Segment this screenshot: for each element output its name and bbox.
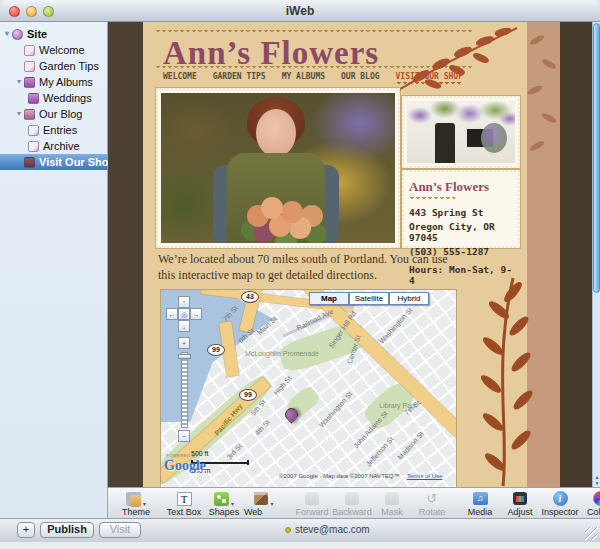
- account-status-icon: [285, 527, 291, 533]
- toolbar-label: Text Box: [167, 507, 202, 517]
- title-bar[interactable]: iWeb: [0, 0, 600, 22]
- page-background-right: [560, 22, 592, 487]
- text-box-button[interactable]: T Text Box: [164, 490, 204, 517]
- vertical-scrollbar[interactable]: ▲▼: [592, 22, 600, 487]
- florist-photo-frame[interactable]: [156, 88, 400, 248]
- colors-button[interactable]: Colors: [580, 490, 600, 517]
- archive-icon: [28, 141, 39, 152]
- web-page[interactable]: Ann’s Flowers: [143, 22, 527, 487]
- sidebar-item-visit-our-shop[interactable]: Visit Our Shop: [0, 154, 107, 170]
- street-label: 3rd St: [225, 442, 243, 461]
- disclosure-triangle-icon[interactable]: ▾: [14, 106, 24, 122]
- street-label: 4th St: [253, 418, 270, 436]
- google-logo: Google: [164, 458, 206, 474]
- pan-left-button[interactable]: ←: [166, 308, 178, 320]
- sidebar-item-site[interactable]: ▾ Site: [0, 26, 107, 42]
- toolbar-label: Rotate: [419, 507, 446, 517]
- zigzag-underline: [396, 82, 463, 86]
- sidebar-item-label: Garden Tips: [39, 58, 99, 74]
- zoom-in-button[interactable]: +: [178, 337, 190, 349]
- sidebar-item-my-albums[interactable]: ▾ My Albums: [0, 74, 107, 90]
- street-label: Washington St: [318, 390, 353, 428]
- page-margin-left: [108, 22, 143, 487]
- intro-text[interactable]: We’re located about 70 miles south of Po…: [158, 251, 466, 283]
- route-shield: 99: [207, 344, 225, 356]
- satellite-button[interactable]: Satellite: [349, 292, 389, 305]
- sidebar-item-weddings[interactable]: Weddings: [0, 90, 107, 106]
- toolbar-label: Adjust: [507, 507, 532, 517]
- page-canvas[interactable]: Ann’s Flowers: [108, 22, 600, 487]
- dropdown-arrow-icon: ▾: [231, 500, 234, 507]
- shapes-icon: [214, 492, 229, 506]
- nav-link-welcome[interactable]: WELCOME: [163, 72, 197, 86]
- nav-link-my-albums[interactable]: MY ALBUMS: [282, 72, 325, 86]
- page-navigation: WELCOME GARDEN TIPS MY ALBUMS OUR BLOG V…: [163, 72, 463, 86]
- address-line: 443 Spring St: [409, 207, 513, 218]
- bottom-toolbar: ▾ Theme T Text Box ▾ Shapes ▾ Web Widget…: [108, 487, 600, 518]
- inspector-icon: i: [553, 491, 568, 506]
- sidebar-item-label: Visit Our Shop: [39, 154, 115, 170]
- pan-up-button[interactable]: ↑: [178, 296, 190, 308]
- terms-of-use-link[interactable]: Terms of Use: [407, 473, 442, 479]
- publish-button[interactable]: Publish: [40, 522, 94, 538]
- visit-button[interactable]: Visit: [99, 522, 141, 538]
- flower-bouquet: [261, 197, 283, 219]
- pan-right-button[interactable]: →: [190, 308, 202, 320]
- scrollbar-arrows[interactable]: ▲▼: [593, 474, 600, 486]
- route-shield: 43: [241, 291, 259, 303]
- storefront-photo: [407, 101, 515, 163]
- street-label: High St: [272, 375, 293, 397]
- adjust-icon: [513, 492, 527, 505]
- sidebar-item-our-blog[interactable]: ▾ Our Blog: [0, 106, 107, 122]
- scrollbar-thumb[interactable]: [593, 23, 600, 293]
- toolbar-label: Inspector: [541, 507, 578, 517]
- street-label: Jefferson St: [365, 435, 395, 467]
- mask-button: Mask: [372, 490, 412, 517]
- zigzag-divider: [155, 66, 473, 70]
- album-icon: [28, 93, 39, 104]
- shop-page-icon: [24, 157, 35, 168]
- theme-button[interactable]: ▾ Theme: [116, 490, 156, 517]
- sidebar-item-welcome[interactable]: Welcome: [0, 42, 107, 58]
- toolbar-label: Mask: [381, 507, 403, 517]
- map-button[interactable]: Map: [309, 292, 349, 305]
- google-map-widget[interactable]: 43 99 99 Main St 6th St 7th St Railroad …: [161, 290, 456, 487]
- zoom-slider[interactable]: [181, 352, 188, 428]
- hybrid-button[interactable]: Hybrid: [389, 292, 429, 305]
- toolbar-label: Shapes: [209, 507, 240, 517]
- zoom-out-button[interactable]: −: [178, 430, 190, 442]
- disclosure-triangle-icon[interactable]: ▾: [14, 74, 24, 90]
- zigzag-divider: [155, 30, 473, 34]
- nav-link-visit-our-shop[interactable]: VISIT OUR SHOP: [396, 72, 463, 86]
- albums-icon: [24, 77, 35, 88]
- toolbar-label: Theme: [122, 507, 150, 517]
- add-page-button[interactable]: +: [17, 522, 35, 538]
- nav-link-our-blog[interactable]: OUR BLOG: [341, 72, 380, 86]
- page-icon: [24, 45, 35, 56]
- address-line: Oregon City, OR 97045: [409, 221, 513, 243]
- site-organizer-sidebar: ▾ Site Welcome Garden Tips ▾ My Albums: [0, 22, 108, 518]
- sidebar-item-label: Entries: [43, 122, 77, 138]
- media-button[interactable]: ♫ Media: [460, 490, 500, 517]
- pan-down-button[interactable]: ↓: [178, 320, 190, 332]
- nav-link-garden-tips[interactable]: GARDEN TIPS: [213, 72, 266, 86]
- window-title: iWeb: [0, 4, 600, 18]
- place-label: McLoughlin Promenade: [245, 350, 309, 357]
- disclosure-triangle-icon[interactable]: ▾: [2, 26, 12, 42]
- zoom-slider-thumb[interactable]: [178, 354, 191, 359]
- window-resize-grip[interactable]: [585, 527, 598, 540]
- blog-icon: [24, 109, 35, 120]
- sidebar-item-label: Weddings: [43, 90, 92, 106]
- inspector-button[interactable]: i Inspector: [540, 490, 580, 517]
- address-card[interactable]: Ann’s Flowers 443 Spring St Oregon City,…: [402, 170, 520, 248]
- map-view-buttons: Map Satellite Hybrid: [309, 292, 429, 305]
- sidebar-item-garden-tips[interactable]: Garden Tips: [0, 58, 107, 74]
- sidebar-item-entries[interactable]: Entries: [0, 122, 107, 138]
- leaf-pattern-decoration: [525, 24, 561, 174]
- sidebar-item-archive[interactable]: Archive: [0, 138, 107, 154]
- adjust-button[interactable]: Adjust: [500, 490, 540, 517]
- shapes-button[interactable]: ▾ Shapes: [204, 490, 244, 517]
- backward-button: Backward: [332, 490, 372, 517]
- storefront-photo-frame[interactable]: [402, 96, 520, 168]
- pan-center-button[interactable]: ◎: [178, 308, 190, 320]
